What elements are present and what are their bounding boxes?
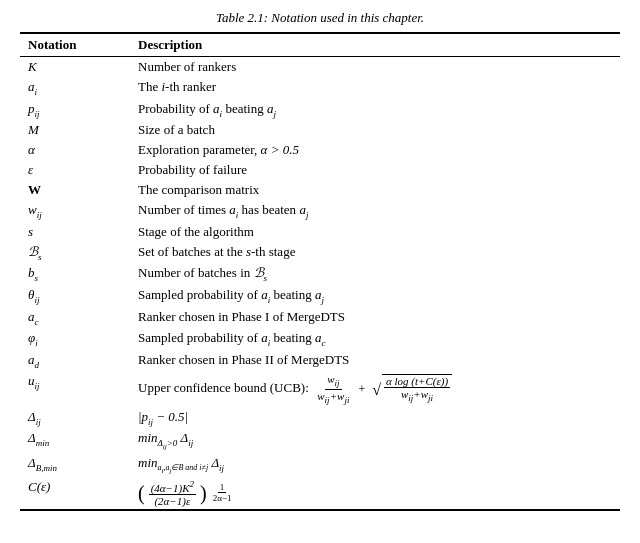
- desc-cell: Size of a batch: [130, 120, 620, 140]
- desc-cell: Stage of the algorithm: [130, 222, 620, 242]
- notation-cell: s: [20, 222, 130, 242]
- notation-cell: θij: [20, 285, 130, 307]
- table-row: θij Sampled probability of ai beating aj: [20, 285, 620, 307]
- table-row: Δmin minΔij>0 Δij: [20, 428, 620, 452]
- notation-cell: ai: [20, 77, 130, 99]
- desc-cell: Sampled probability of ai beating ac: [130, 328, 620, 350]
- desc-cell: Set of batches at the s-th stage: [130, 242, 620, 264]
- notation-cell: C(ε): [20, 477, 130, 510]
- table-row: uij Upper confidence bound (UCB): wij wi…: [20, 371, 620, 406]
- notation-cell: ℬs: [20, 242, 130, 264]
- notation-cell: ε: [20, 160, 130, 180]
- notation-cell: Δmin: [20, 428, 130, 452]
- notation-table: Notation Description K Number of rankers…: [20, 32, 620, 511]
- table-row: ε Probability of failure: [20, 160, 620, 180]
- table-row: ℬs Set of batches at the s-th stage: [20, 242, 620, 264]
- desc-cell: Exploration parameter, α > 0.5: [130, 140, 620, 160]
- desc-cell: Number of batches in ℬs: [130, 263, 620, 285]
- table-row: K Number of rankers: [20, 57, 620, 78]
- desc-cell: The i-th ranker: [130, 77, 620, 99]
- notation-cell: bs: [20, 263, 130, 285]
- notation-cell: M: [20, 120, 130, 140]
- table-row: pij Probability of ai beating aj: [20, 99, 620, 121]
- desc-cell: The comparison matrix: [130, 180, 620, 200]
- desc-cell: Probability of failure: [130, 160, 620, 180]
- desc-cell: Probability of ai beating aj: [130, 99, 620, 121]
- notation-cell: ΔB,min: [20, 453, 130, 477]
- table-row: α Exploration parameter, α > 0.5: [20, 140, 620, 160]
- desc-cell: minΔij>0 Δij: [130, 428, 620, 452]
- table-row: ΔB,min minai,aj∈B and i≠j Δij: [20, 453, 620, 477]
- desc-cell: Sampled probability of ai beating aj: [130, 285, 620, 307]
- table-row: ai The i-th ranker: [20, 77, 620, 99]
- table-title: Table 2.1: Notation used in this chapter…: [216, 10, 424, 26]
- notation-cell: ac: [20, 307, 130, 329]
- header-description: Description: [130, 33, 620, 57]
- table-row: Δij |pij − 0.5|: [20, 407, 620, 429]
- notation-cell: pij: [20, 99, 130, 121]
- desc-cell: ( (4α−1)K2 (2α−1)ε ) 1 2α−1: [130, 477, 620, 510]
- notation-cell: α: [20, 140, 130, 160]
- desc-cell: minai,aj∈B and i≠j Δij: [130, 453, 620, 477]
- table-row: wij Number of times ai has beaten aj: [20, 200, 620, 222]
- notation-cell: φi: [20, 328, 130, 350]
- table-header-row: Notation Description: [20, 33, 620, 57]
- table-row: C(ε) ( (4α−1)K2 (2α−1)ε ) 1 2α−1: [20, 477, 620, 510]
- notation-cell: Δij: [20, 407, 130, 429]
- notation-cell: uij: [20, 371, 130, 406]
- desc-cell: Number of rankers: [130, 57, 620, 78]
- notation-cell: ad: [20, 350, 130, 372]
- notation-cell: K: [20, 57, 130, 78]
- table-row: M Size of a batch: [20, 120, 620, 140]
- notation-cell: wij: [20, 200, 130, 222]
- desc-cell: Ranker chosen in Phase I of MergeDTS: [130, 307, 620, 329]
- desc-cell: Upper confidence bound (UCB): wij wij+wj…: [130, 371, 620, 406]
- desc-cell: Ranker chosen in Phase II of MergeDTS: [130, 350, 620, 372]
- table-row: bs Number of batches in ℬs: [20, 263, 620, 285]
- table-row: W The comparison matrix: [20, 180, 620, 200]
- header-notation: Notation: [20, 33, 130, 57]
- desc-cell: |pij − 0.5|: [130, 407, 620, 429]
- table-row: s Stage of the algorithm: [20, 222, 620, 242]
- table-row: ac Ranker chosen in Phase I of MergeDTS: [20, 307, 620, 329]
- table-row: φi Sampled probability of ai beating ac: [20, 328, 620, 350]
- table-row: ad Ranker chosen in Phase II of MergeDTS: [20, 350, 620, 372]
- notation-cell: W: [20, 180, 130, 200]
- desc-cell: Number of times ai has beaten aj: [130, 200, 620, 222]
